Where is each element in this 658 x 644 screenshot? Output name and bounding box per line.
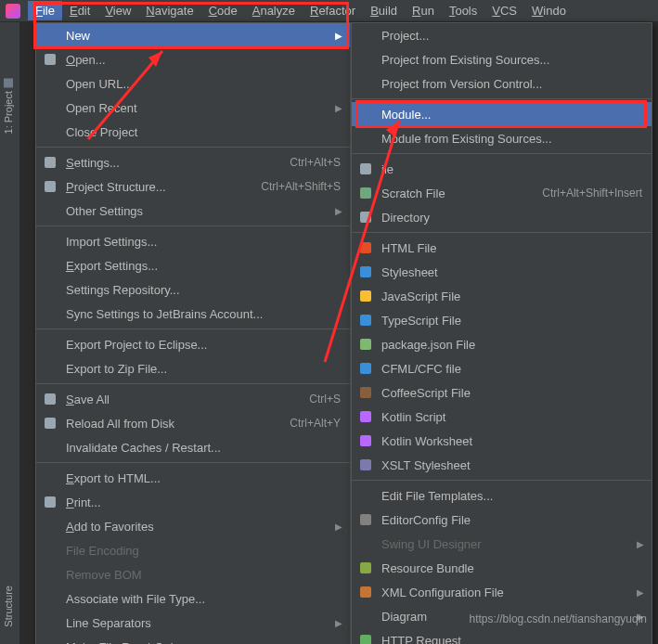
file_menu-item[interactable]: Export Settings... (36, 253, 350, 277)
menubar-item-tools[interactable]: Tools (442, 1, 484, 20)
new_menu-item[interactable]: CFML/CFC file (352, 356, 652, 380)
menubar-item-vcs[interactable]: VCS (484, 1, 524, 20)
menubar-item-view[interactable]: View (97, 1, 138, 20)
file_menu-item[interactable]: Invalidate Caches / Restart... (36, 435, 350, 459)
coffee-icon (357, 386, 374, 399)
file_menu-item[interactable]: Open Recent▶ (36, 96, 350, 120)
new_menu-item[interactable]: Project from Existing Sources... (352, 47, 652, 71)
new_menu-item[interactable]: Scratch FileCtrl+Alt+Shift+Insert (352, 181, 652, 205)
new_menu-item[interactable]: XSLT Stylesheet (352, 453, 652, 477)
file_menu-item[interactable]: Make File Read-Only (36, 635, 350, 644)
new_menu-item[interactable]: Module... (352, 102, 652, 126)
file_menu-item[interactable]: Associate with File Type... (36, 586, 350, 611)
file_menu-item[interactable]: Sync Settings to JetBrains Account... (36, 302, 350, 326)
menu-item-label: Export to Zip File... (66, 362, 341, 376)
svg-rect-1 (45, 157, 56, 168)
new_menu-item[interactable]: Kotlin Worksheet (352, 429, 652, 453)
menu-item-label: Settings Repository... (66, 283, 341, 297)
file_menu-item[interactable]: Close Project (36, 120, 350, 144)
svg-rect-2 (45, 181, 56, 192)
menubar-item-code[interactable]: Code (201, 1, 245, 20)
menu-item-label: Import Settings... (66, 235, 341, 249)
file_menu-item[interactable]: Settings Repository... (36, 277, 350, 302)
menu-item-label: Project from Existing Sources... (381, 53, 642, 67)
file_menu-item[interactable]: Settings...Ctrl+Alt+S (36, 150, 350, 174)
menubar-item-refactor[interactable]: Refactor (303, 1, 363, 20)
menu-item-label: CFML/CFC file (381, 362, 642, 376)
new_menu-item[interactable]: Directory (352, 205, 652, 229)
svg-rect-18 (360, 459, 371, 470)
svg-rect-21 (360, 586, 371, 598)
file_menu-item[interactable]: Print... (36, 490, 350, 514)
new_menu-item[interactable]: CoffeeScript File (352, 380, 652, 405)
file_menu-item[interactable]: Project Structure...Ctrl+Alt+Shift+S (36, 174, 350, 199)
new_menu-item[interactable]: EditorConfig File (352, 508, 652, 532)
file_menu-item[interactable]: Line Separators▶ (36, 611, 350, 635)
svg-rect-17 (360, 435, 371, 446)
menubar-item-navigate[interactable]: Navigate (138, 1, 200, 20)
file_menu-item[interactable]: Open URL... (36, 71, 350, 96)
file_menu-item[interactable]: Open... (36, 47, 350, 71)
menubar-item-windo[interactable]: Windo (524, 1, 574, 20)
file_menu-item[interactable]: Export to Zip File... (36, 356, 350, 380)
file_menu-item[interactable]: New▶ (36, 23, 350, 47)
menubar-item-build[interactable]: Build (363, 1, 405, 20)
ide-logo-icon (6, 4, 20, 19)
new_menu-item[interactable]: Stylesheet (352, 260, 652, 284)
shortcut-label: Ctrl+Alt+S (290, 156, 341, 169)
svg-rect-9 (360, 242, 371, 253)
file_menu-item[interactable]: Reload All from DiskCtrl+Alt+Y (36, 411, 350, 435)
menubar-item-run[interactable]: Run (405, 1, 442, 20)
new_menu-item[interactable]: Module from Existing Sources... (352, 126, 652, 150)
new_menu-item[interactable]: Kotlin Script (352, 405, 652, 429)
left-gutter: 1: Project Structure (0, 22, 20, 644)
menu-item-label: Print... (66, 496, 341, 509)
file-menu: New▶Open...Open URL...Open Recent▶Close … (35, 22, 351, 644)
new_menu-item[interactable]: ile (352, 157, 652, 181)
menu-item-label: XSLT Stylesheet (381, 458, 642, 472)
file_menu-item[interactable]: Import Settings... (36, 229, 350, 253)
new_menu-item[interactable]: Project... (352, 23, 652, 47)
menu-item-label: JavaScript File (381, 290, 642, 303)
menu-item-label: Kotlin Script (381, 410, 642, 424)
svg-rect-0 (45, 54, 56, 65)
svg-rect-4 (45, 418, 56, 429)
new_menu-item[interactable]: JavaScript File (352, 284, 652, 308)
new_menu-item[interactable]: HTML File (352, 236, 652, 260)
menubar-item-file[interactable]: File (28, 1, 62, 20)
file_menu-item[interactable]: Export to HTML... (36, 466, 350, 490)
menu-item-label: CoffeeScript File (381, 386, 642, 400)
menu-item-label: Module from Existing Sources... (381, 132, 642, 146)
new_menu-item[interactable]: TypeScript File (352, 308, 652, 332)
menu-item-label: HTML File (381, 241, 642, 255)
file_menu-item[interactable]: Other Settings▶ (36, 199, 350, 223)
separator (36, 462, 350, 463)
menu-item-label: ile (381, 162, 642, 176)
html-icon (357, 241, 374, 254)
new_menu-item[interactable]: Resource Bundle (352, 556, 652, 580)
svg-rect-16 (360, 411, 371, 422)
menubar-item-edit[interactable]: Edit (62, 1, 97, 20)
svg-rect-3 (45, 393, 56, 405)
cfml-icon (357, 362, 374, 375)
menubar-item-analyze[interactable]: Analyze (245, 1, 303, 20)
submenu-arrow-icon: ▶ (335, 31, 342, 41)
shortcut-label: Ctrl+Alt+Y (290, 417, 341, 430)
separator (352, 98, 652, 99)
svg-rect-11 (360, 290, 371, 302)
new_menu-item[interactable]: Project from Version Control... (352, 71, 652, 96)
separator (36, 328, 350, 329)
folder-icon (42, 53, 58, 66)
tool-tab-structure[interactable]: Structure (0, 576, 17, 637)
ec-icon (357, 513, 374, 526)
new_menu-item[interactable]: Edit File Templates... (352, 483, 652, 508)
menu-item-label: Make File Read-Only (66, 640, 341, 645)
new_menu-item[interactable]: package.json File (352, 332, 652, 356)
new_menu-item[interactable]: HTTP Request (352, 628, 652, 644)
file_menu-item[interactable]: Save AllCtrl+S (36, 387, 350, 411)
separator (352, 232, 652, 233)
tool-tab-project[interactable]: 1: Project (0, 69, 17, 143)
file_menu-item[interactable]: Add to Favorites▶ (36, 514, 350, 538)
file_menu-item[interactable]: Export Project to Eclipse... (36, 332, 350, 356)
new_menu-item[interactable]: XML Configuration File▶ (352, 580, 652, 604)
